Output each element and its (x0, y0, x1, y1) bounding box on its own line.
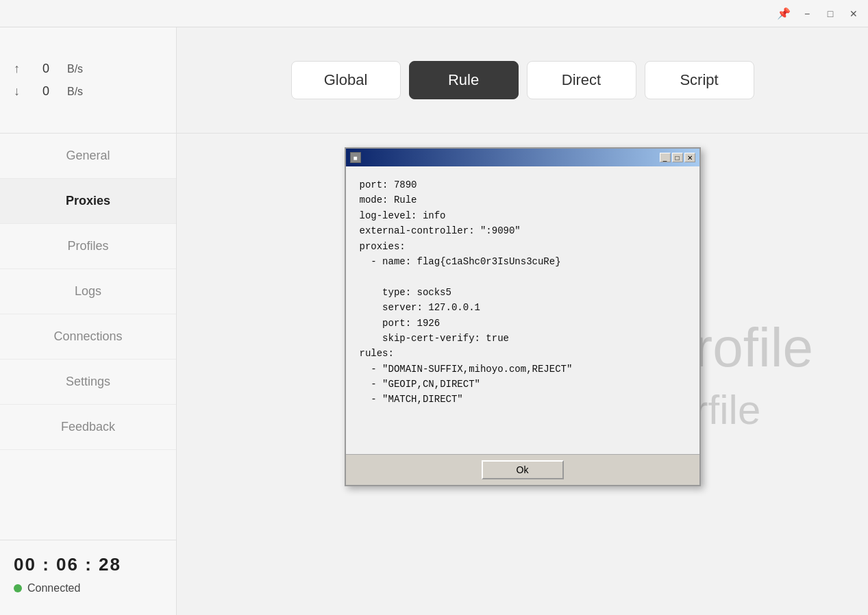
dialog-close-button[interactable]: ✕ (684, 153, 695, 162)
dialog-ok-button[interactable]: Ok (482, 460, 564, 479)
app-body: ↑ 0 B/s ↓ 0 B/s General Proxies Profiles… (0, 27, 868, 615)
tab-direct[interactable]: Direct (527, 61, 636, 99)
pin-icon[interactable]: 📌 (778, 8, 790, 20)
tab-rule[interactable]: Rule (409, 61, 519, 99)
timer-display: 00 : 06 : 28 (14, 554, 162, 575)
sidebar-item-feedback[interactable]: Feedback (0, 405, 176, 450)
status-dot-icon (14, 584, 22, 592)
download-arrow-icon: ↓ (14, 84, 25, 99)
upload-arrow-icon: ↑ (14, 62, 25, 76)
download-value: 0 (36, 84, 56, 99)
sidebar: ↑ 0 B/s ↓ 0 B/s General Proxies Profiles… (0, 27, 177, 615)
upload-row: ↑ 0 B/s (14, 62, 162, 76)
mode-tabs: Global Rule Direct Script (177, 27, 868, 134)
config-dialog: ■ _ □ ✕ port: 7890 mode: Rule log-level:… (345, 147, 701, 486)
dialog-titlebar: ■ _ □ ✕ (346, 149, 699, 166)
dialog-title-icon: ■ (350, 152, 361, 163)
dialog-title-buttons: _ □ ✕ (660, 153, 695, 162)
content-area: rofile rfile ■ _ □ ✕ port (177, 134, 868, 615)
dialog-restore-button[interactable]: □ (672, 153, 683, 162)
sidebar-item-connections[interactable]: Connections (0, 314, 176, 360)
dialog-footer: Ok (346, 454, 699, 485)
maximize-button[interactable]: □ (824, 8, 836, 20)
minimize-button[interactable]: − (801, 8, 813, 20)
sidebar-item-proxies[interactable]: Proxies (0, 179, 176, 224)
dialog-body: port: 7890 mode: Rule log-level: info ex… (346, 166, 699, 454)
sidebar-item-general[interactable]: General (0, 134, 176, 179)
connection-status: Connected (14, 582, 162, 594)
tab-global[interactable]: Global (291, 61, 401, 99)
upload-value: 0 (36, 62, 56, 76)
tab-script[interactable]: Script (645, 61, 754, 99)
dialog-minimize-button[interactable]: _ (660, 153, 671, 162)
upload-unit: B/s (67, 63, 83, 75)
title-bar: 📌 − □ ✕ (0, 0, 868, 27)
nav-items: General Proxies Profiles Logs Connection… (0, 134, 176, 540)
sidebar-item-settings[interactable]: Settings (0, 360, 176, 405)
dialog-overlay: ■ _ □ ✕ port: 7890 mode: Rule log-level:… (177, 134, 868, 615)
download-unit: B/s (67, 86, 83, 98)
status-area: 00 : 06 : 28 Connected (0, 540, 176, 615)
download-row: ↓ 0 B/s (14, 84, 162, 99)
connection-label: Connected (27, 582, 80, 594)
sidebar-item-profiles[interactable]: Profiles (0, 224, 176, 269)
close-button[interactable]: ✕ (847, 8, 860, 20)
sidebar-item-logs[interactable]: Logs (0, 269, 176, 314)
main-content: Global Rule Direct Script rofile rfile ■… (177, 27, 868, 615)
traffic-stats: ↑ 0 B/s ↓ 0 B/s (0, 27, 176, 134)
